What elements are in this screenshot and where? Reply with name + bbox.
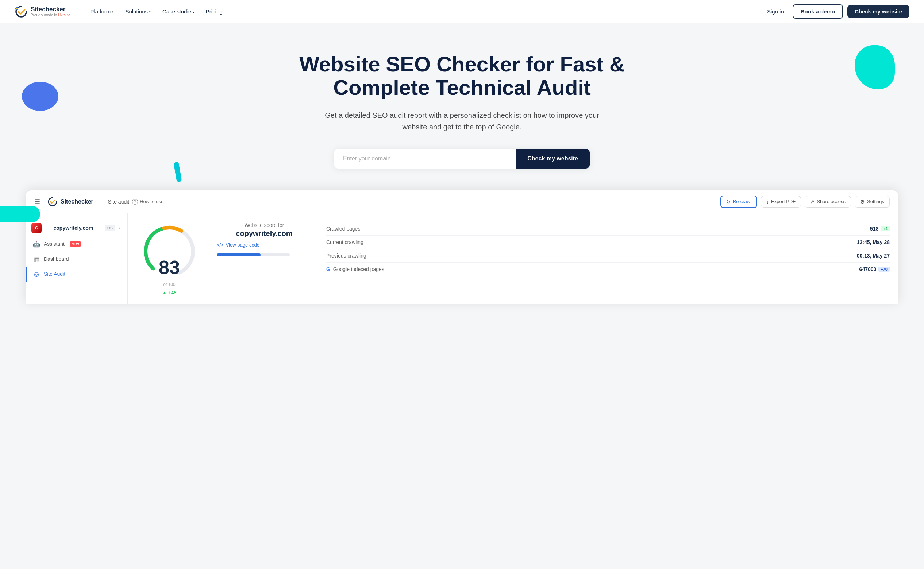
dashboard-topbar: ☰ Sitechecker Site audit ? How to use [26,190,898,213]
dashboard-preview: ☰ Sitechecker Site audit ? How to use [26,190,898,304]
assistant-icon: 🤖 [33,241,40,248]
domain-input[interactable] [334,149,515,169]
arrow-up-icon: ▲ [162,290,167,295]
stat-label: G Google indexed pages [326,266,384,272]
breadcrumb-site-audit[interactable]: Site audit [108,199,129,205]
blob-top-left [22,82,58,111]
settings-button[interactable]: ⚙ Settings [855,196,890,207]
site-audit-icon: ◎ [33,271,40,278]
logo-subtitle: Proudly made in Ukraine [30,13,71,17]
website-score-label: Website score for [217,222,312,228]
sidebar-item-dashboard[interactable]: ▦ Dashboard [26,252,127,267]
stat-row-crawled: Crawled pages 518 +4 [326,222,890,236]
website-info: Website score for copywritely.com </> Vi… [217,222,312,256]
stat-value: 00:13, May 27 [857,253,890,259]
score-number: 83 [159,258,180,277]
dash-logo-text: Sitechecker [61,198,93,205]
download-icon: ↓ [766,199,769,205]
code-icon: </> [217,242,224,248]
sidebar-item-label: Assistant [44,241,65,247]
score-gauge: 83 [140,222,198,280]
dashboard-icon: ▦ [33,256,40,263]
stat-label: Previous crawling [326,253,366,259]
stat-badge: +70 [878,267,890,272]
check-website-hero-button[interactable]: Check my website [515,149,590,169]
stat-label: Crawled pages [326,226,360,231]
stats-section: Crawled pages 518 +4 Current crawling 12… [326,222,890,276]
stat-row-current-crawl: Current crawling 12:45, May 28 [326,236,890,249]
breadcrumb: Site audit ? How to use [108,199,163,205]
score-change: ▲ +45 [162,290,177,295]
dashboard-logo: Sitechecker [47,196,93,207]
nav-platform[interactable]: Platform ▾ [85,6,119,18]
dashboard-main-content: 83 of 100 ▲ +45 Website score for copywr… [128,213,898,304]
hamburger-icon[interactable]: ☰ [34,198,40,206]
dash-logo-icon [47,196,58,207]
nav-pricing[interactable]: Pricing [201,6,228,18]
stat-value: 518 +4 [870,226,890,231]
sidebar: C copywritely.com US › 🤖 Assistant NEW ▦… [26,213,128,304]
check-website-nav-button[interactable]: Check my website [847,5,909,18]
stat-value: 12:45, May 28 [857,239,890,245]
navbar: Sitechecker Proudly made in Ukraine Plat… [0,0,924,23]
chevron-right-icon: › [119,225,120,231]
hero-search-bar: Check my website [334,149,590,169]
navbar-right: Sign in Book a demo Check my website [763,5,909,18]
svg-point-1 [16,8,18,9]
sidebar-site-badge: US [105,225,115,231]
new-badge: NEW [70,242,81,246]
stat-row-previous-crawl: Previous crawling 00:13, May 27 [326,249,890,263]
sidebar-site-name: copywritely.com [45,225,101,231]
sidebar-site-row[interactable]: C copywritely.com US › [26,219,127,237]
book-demo-button[interactable]: Book a demo [793,5,843,18]
blob-slash [173,161,182,183]
score-label: of 100 [163,282,175,287]
chevron-down-icon: ▾ [112,9,113,14]
blob-top-right [855,45,895,89]
how-to-use-link[interactable]: ? How to use [132,199,163,205]
view-page-code-link[interactable]: </> View page code [217,242,312,248]
website-domain: copywritely.com [217,230,312,238]
site-favicon: C [31,223,41,233]
hero-section: Website SEO Checker for Fast & Complete … [0,23,924,326]
sidebar-item-site-audit[interactable]: ◎ Site Audit [26,267,127,281]
main-nav: Platform ▾ Solutions ▾ Case studies Pric… [85,6,763,18]
hero-subtitle: Get a detailed SEO audit report with a p… [323,110,601,133]
sidebar-item-assistant[interactable]: 🤖 Assistant NEW [26,237,127,252]
sidebar-item-label: Site Audit [44,271,65,277]
share-icon: ↗ [810,199,814,205]
blob-pill-left [0,206,40,222]
stat-label: Current crawling [326,239,363,245]
score-progress-bar [217,254,290,256]
dashboard-body: C copywritely.com US › 🤖 Assistant NEW ▦… [26,213,898,304]
gear-icon: ⚙ [860,199,865,205]
hero-title: Website SEO Checker for Fast & Complete … [298,53,626,99]
logo[interactable]: Sitechecker Proudly made in Ukraine [15,5,71,18]
recrawl-button[interactable]: ↻ Re-crawl [720,196,757,208]
nav-case-studies[interactable]: Case studies [157,6,199,18]
score-section: 83 of 100 ▲ +45 [136,222,202,295]
stat-row-google-indexed: G Google indexed pages 647000 +70 [326,263,890,276]
logo-title: Sitechecker [30,6,71,13]
info-icon: ? [132,199,138,205]
topbar-actions: ↻ Re-crawl ↓ Export PDF ↗ Share access ⚙… [720,196,890,208]
sitechecker-logo-icon [15,5,28,18]
sign-in-button[interactable]: Sign in [763,6,788,18]
stat-badge: +4 [881,226,890,231]
sidebar-item-label: Dashboard [44,256,69,262]
share-access-button[interactable]: ↗ Share access [805,196,851,207]
chevron-down-icon: ▾ [149,9,151,14]
score-progress-fill [217,254,261,256]
stat-value: 647000 +70 [859,266,890,272]
export-pdf-button[interactable]: ↓ Export PDF [761,196,801,207]
nav-solutions[interactable]: Solutions ▾ [120,6,156,18]
refresh-icon: ↻ [726,199,730,205]
